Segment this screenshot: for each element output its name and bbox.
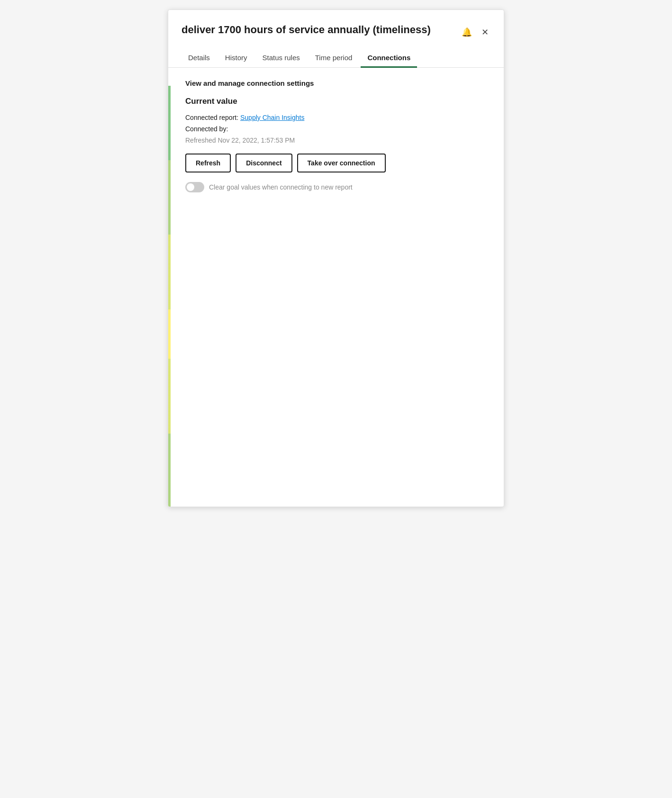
current-value-heading: Current value (185, 97, 490, 106)
disconnect-button[interactable]: Disconnect (236, 154, 292, 172)
toggle-label: Clear goal values when connecting to new… (209, 183, 353, 191)
connected-report-label: Connected report: (185, 114, 240, 121)
bell-icon: 🔔 (462, 27, 472, 37)
tab-status-rules[interactable]: Status rules (256, 49, 307, 68)
clear-goal-toggle[interactable] (185, 182, 204, 192)
toggle-slider (185, 182, 204, 192)
bell-button[interactable]: 🔔 (460, 25, 474, 39)
tab-time-period[interactable]: Time period (309, 49, 359, 68)
tab-history[interactable]: History (218, 49, 254, 68)
action-buttons: Refresh Disconnect Take over connection (185, 154, 490, 172)
take-over-button[interactable]: Take over connection (297, 154, 386, 172)
panel-title: deliver 1700 hours of service annually (… (182, 23, 460, 37)
section-description: View and manage connection settings (185, 79, 490, 87)
connected-report-row: Connected report: Supply Chain Insights (185, 114, 490, 121)
tab-connections[interactable]: Connections (361, 49, 417, 68)
panel: deliver 1700 hours of service annually (… (168, 9, 504, 507)
connected-by-row: Connected by: (185, 125, 490, 133)
connected-report-link[interactable]: Supply Chain Insights (240, 114, 304, 121)
header-icons: 🔔 ✕ (460, 23, 490, 39)
close-icon: ✕ (481, 27, 489, 37)
tab-details[interactable]: Details (182, 49, 217, 68)
refresh-button[interactable]: Refresh (185, 154, 231, 172)
toggle-row: Clear goal values when connecting to new… (185, 182, 490, 192)
panel-body: View and manage connection settings Curr… (168, 68, 504, 204)
tabs-nav: Details History Status rules Time period… (168, 39, 504, 68)
connected-by-label: Connected by: (185, 125, 228, 133)
close-button[interactable]: ✕ (480, 25, 490, 39)
refreshed-text: Refreshed Nov 22, 2022, 1:57:53 PM (185, 136, 490, 144)
panel-header: deliver 1700 hours of service annually (… (168, 10, 504, 39)
